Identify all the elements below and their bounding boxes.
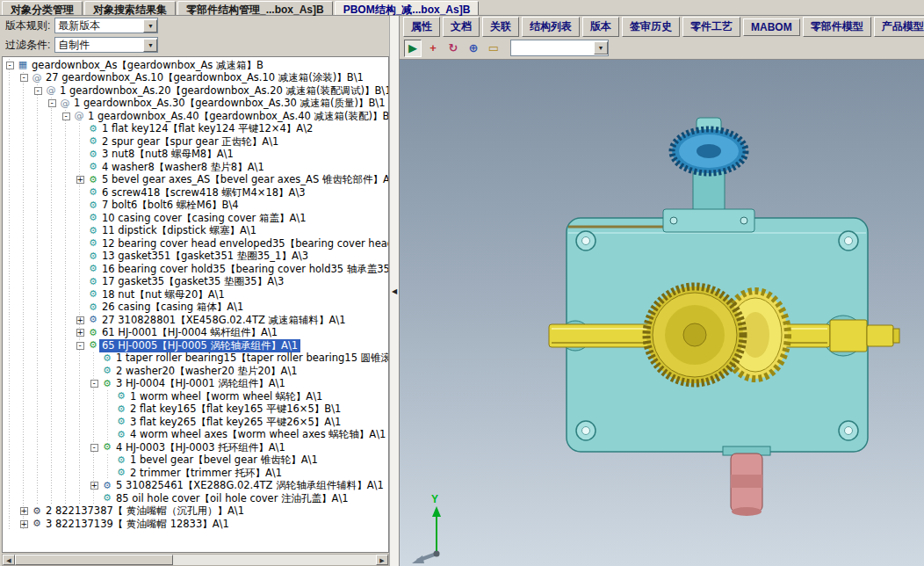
zoom-icon[interactable]: ⊕ [465,40,482,57]
filter-select[interactable]: 自制件 ▼ [54,37,158,53]
tree-item[interactable]: ⚙85 oil hole cover【oil hole cover 注油孔盖】A… [3,492,388,505]
collapse-toggle-icon[interactable]: - [87,378,101,391]
expand-toggle-icon[interactable]: + [73,327,87,340]
tree-item[interactable]: ⚙3 nut8【nut8 螺母M8】A\1 [3,149,388,162]
tree-item[interactable]: ⚙1 bevel gear【bevel gear 锥齿轮】A\1 [3,454,388,468]
scrollbar-thumb[interactable] [15,555,173,565]
tree-item[interactable]: ⚙1 flat key124【flat key124 平键12×4】A\2 [3,123,388,136]
filter-row: 过滤条件: 自制件 ▼ [2,35,389,54]
tree-item[interactable]: -▦geardownbox_As【geardownbox_As 减速箱】B [3,59,388,72]
tree-item[interactable]: ⚙26 casing【casing 箱体】A\1 [3,301,388,315]
collapse-toggle-icon[interactable]: - [3,59,17,72]
tree-item[interactable]: ⚙11 dipstick【dipstick 螺塞】A\1 [3,225,388,238]
collapse-toggle-icon[interactable]: - [59,110,73,123]
expand-toggle-icon[interactable]: + [17,518,31,531]
detail-tab[interactable]: 签审历史 [622,17,680,37]
tree-item[interactable]: ⚙4 washer8【washer8 垫片8】A\1 [3,161,388,174]
detail-tab[interactable]: 零部件模型 [803,17,871,37]
tree-item[interactable]: ⚙10 casing cover【casing cover 箱盖】A\1 [3,212,388,225]
tree-item[interactable]: +⚙5 310825461【XE288G.02.4TZ 涡轮轴承组件辅料】A\1 [3,480,388,493]
chevron-down-icon[interactable]: ▼ [143,39,157,52]
detail-tab[interactable]: 关联 [482,17,519,37]
tree-indent [3,110,17,123]
expand-toggle-icon[interactable]: + [17,505,31,519]
collapse-toggle-icon[interactable]: - [73,339,87,352]
tree-horizontal-scrollbar[interactable]: ◀ ▶ [2,554,389,566]
tree-item[interactable]: ⚙17 gasket35【gasket35 垫圈35】A\3 [3,276,388,289]
tree-item[interactable]: ⚙3 flat key265【flat key265 平键26×5】A\1 [3,416,388,429]
tree-indent [17,390,31,403]
tree-item[interactable]: ⚙2 washer20【washer20 垫片20】A\1 [3,365,388,378]
chevron-down-icon[interactable]: ▼ [143,19,157,33]
tree-item[interactable]: ⚙2 spur gear【spur gear 正齿轮】A\1 [3,135,388,149]
select-icon[interactable]: ▶ [404,40,422,57]
tree-item[interactable]: +⚙2 822137387【 黄油嘴帽（沉孔用）】A\1 [3,505,388,519]
tree-indent [17,237,31,250]
scrollbar-track[interactable] [15,555,376,565]
panel-splitter[interactable]: ◀ [389,16,400,566]
detail-tab[interactable]: 结构列表 [522,17,580,37]
tree-item[interactable]: ⚙12 bearing cover head enveloped35【beari… [3,237,388,250]
tree-indent [59,416,73,429]
version-rule-select[interactable]: 最新版本 ▼ [54,18,158,33]
collapse-toggle-icon[interactable]: - [87,441,101,454]
scroll-right-icon[interactable]: ▶ [376,555,388,565]
root-node-icon: ▦ [17,59,29,71]
rotate-icon[interactable]: ↻ [444,40,462,57]
3d-viewport[interactable]: Y X [400,60,924,566]
tree-indent [45,135,59,149]
tree-item[interactable]: -⚙3 HJ-0004【HJ-0001 涡轮组件】A\1 [3,378,388,391]
pan-icon[interactable]: + [424,40,442,57]
fit-icon[interactable]: ▭ [485,40,502,57]
link-node-icon: @ [31,72,43,84]
top-tab[interactable]: 零部件结构管理_...box_As]B [177,1,333,15]
tree-item[interactable]: +⚙5 bevel gear axes_AS【bevel gear axes_A… [3,174,388,187]
tree-item[interactable]: +⚙61 HJ-0001【HJ-0004 蜗杆组件】A\1 [3,327,388,340]
tree-indent [59,480,73,493]
collapse-toggle-icon[interactable]: - [17,72,31,85]
tree-item[interactable]: ⚙16 bearing cover hold35【bearing cover h… [3,263,388,276]
scroll-left-icon[interactable]: ◀ [3,555,15,565]
detail-tab[interactable]: MABOM [743,18,800,36]
tree-item[interactable]: ⚙2 flat key165【flat key165 平键16×5】B\1 [3,403,388,417]
detail-tab[interactable]: 零件工艺 [682,17,740,37]
tree-item[interactable]: ⚙2 trimmer【trimmer 托环】A\1 [3,467,388,480]
tree-indent [3,123,17,136]
tree-indent [45,403,59,417]
tree-item[interactable]: +⚙27 310828801【XE458G.02.4TZ 减速箱辅料】A\1 [3,314,388,327]
view-mode-select[interactable]: ▼ [510,40,609,56]
tree-item[interactable]: -⚙65 HJ-0005【HJ-0005 涡轮轴承组件】A\1 [3,339,388,352]
tree-item[interactable]: -@1 geardownbox_As.30【geardownbox_As.30 … [3,98,388,111]
expand-toggle-icon[interactable]: + [73,174,87,187]
tree-indent [31,149,45,162]
tree-item[interactable]: -@1 geardownbox_As.20【geardownbox_As.20 … [3,84,388,98]
tree-indent [73,378,87,391]
top-tab[interactable]: 对象分类管理 [2,1,83,15]
detail-tab[interactable]: 属性 [403,17,440,37]
tree-indent [59,276,73,289]
chevron-down-icon[interactable]: ▼ [594,41,608,54]
tree-indent [45,161,59,174]
tree-item[interactable]: ⚙13 gasket351【gasket351 垫圈35_1】A\3 [3,250,388,264]
top-tab[interactable]: PBOM结构_减...box_As]B [335,1,480,15]
expand-toggle-icon[interactable]: + [73,314,87,327]
tree-item[interactable]: ⚙7 bolt6【bolt6 螺栓M6】B\4 [3,200,388,213]
tree-item[interactable]: -@1 geardownbox_As.40【geardownbox_As.40 … [3,110,388,123]
tree-item[interactable]: ⚙1 worm wheel【worm wheel 蜗轮】A\1 [3,390,388,403]
expand-toggle-icon[interactable]: + [87,480,101,493]
tree-item[interactable]: +⚙3 822137139【 黄油嘴帽 12833】A\1 [3,518,388,531]
collapse-toggle-icon[interactable]: - [45,98,59,111]
tree-item[interactable]: ⚙1 taper roller bearing15【taper roller b… [3,352,388,366]
detail-tab[interactable]: 文档 [443,17,480,37]
tree-item[interactable]: ⚙6 screw418【screw418 螺钉M4×18】A\3 [3,186,388,200]
collapse-toggle-icon[interactable]: - [31,84,45,98]
tree-item[interactable]: -@27 geardownbox_As.10【geardownbox_As.10… [3,72,388,85]
tree-item[interactable]: ⚙18 nut【nut 螺母20】A\1 [3,288,388,301]
tree-indent [101,416,115,429]
detail-tab[interactable]: 版本 [582,17,619,37]
tree-item[interactable]: -⚙4 HJ-0003【HJ-0003 托环组件】A\1 [3,441,388,454]
tree-indent [31,237,45,250]
top-tab[interactable]: 对象搜索结果集 [84,1,176,15]
tree-item[interactable]: ⚙4 worm wheel axes【worm wheel axes 蜗轮轴】A… [3,429,388,442]
detail-tab[interactable]: 产品模型 [874,17,924,37]
